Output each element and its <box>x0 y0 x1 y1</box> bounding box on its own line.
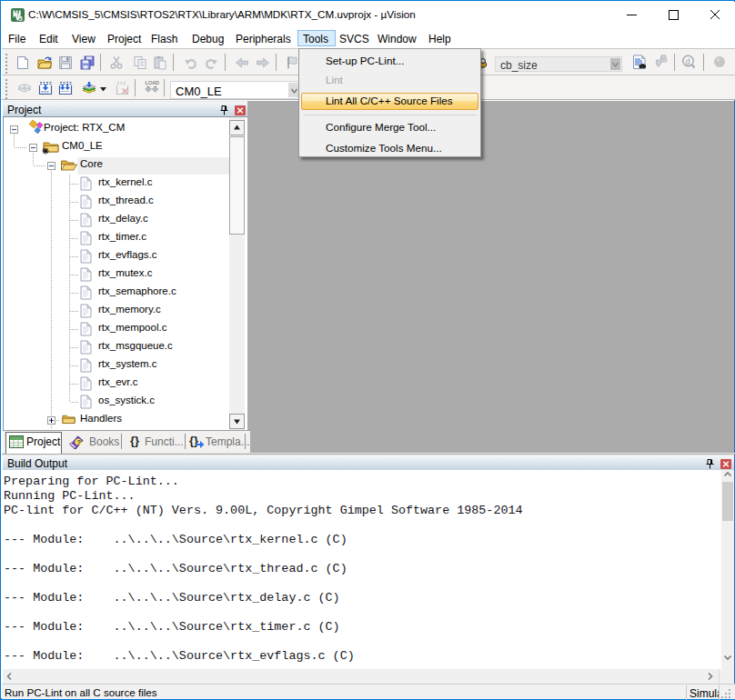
svg-text:?: ? <box>76 438 81 446</box>
svg-text:LOAD: LOAD <box>145 80 159 85</box>
svg-text:5: 5 <box>19 15 23 22</box>
svg-text:d: d <box>686 57 690 66</box>
